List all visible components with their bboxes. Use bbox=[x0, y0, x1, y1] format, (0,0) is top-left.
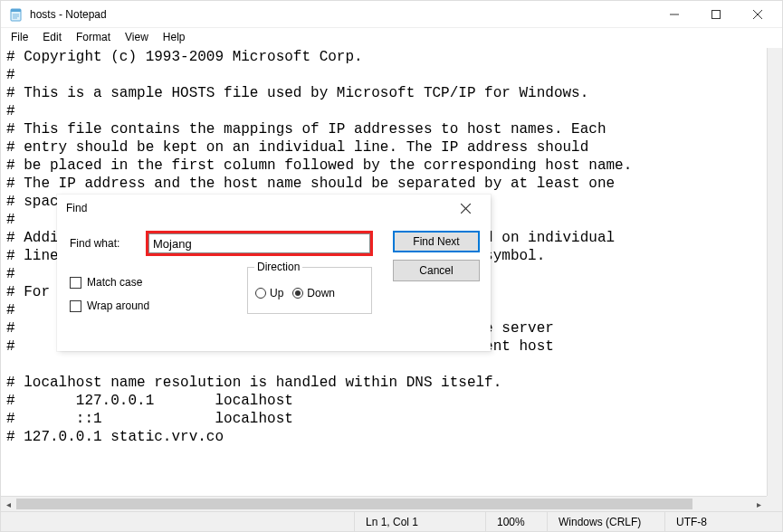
find-title: Find bbox=[66, 202, 447, 214]
close-button[interactable] bbox=[737, 1, 778, 28]
find-what-label: Find what: bbox=[70, 237, 137, 250]
vertical-scrollbar[interactable] bbox=[767, 48, 782, 496]
find-what-input[interactable] bbox=[148, 233, 370, 253]
radio-down-icon bbox=[292, 288, 303, 299]
menu-help[interactable]: Help bbox=[157, 29, 192, 45]
radio-up[interactable]: Up bbox=[255, 287, 283, 299]
menubar: File Edit Format View Help bbox=[1, 28, 782, 46]
status-position: Ln 1, Col 1 bbox=[354, 512, 485, 531]
window-title: hosts - Notepad bbox=[30, 8, 107, 21]
svg-rect-6 bbox=[712, 10, 721, 18]
scroll-corner bbox=[767, 496, 782, 511]
radio-down[interactable]: Down bbox=[292, 287, 335, 299]
svg-rect-1 bbox=[11, 9, 21, 12]
find-close-button[interactable] bbox=[447, 195, 483, 221]
status-encoding: UTF-8 bbox=[664, 512, 782, 531]
titlebar: hosts - Notepad bbox=[1, 1, 782, 28]
find-dialog: Find Find what: Find Next Cancel Directi… bbox=[57, 195, 491, 351]
menu-edit[interactable]: Edit bbox=[36, 29, 68, 45]
find-titlebar[interactable]: Find bbox=[57, 195, 491, 222]
direction-group: Direction Up Down bbox=[247, 267, 372, 314]
check-wrap-around[interactable]: Wrap around bbox=[70, 299, 149, 312]
statusbar: Ln 1, Col 1 100% Windows (CRLF) UTF-8 bbox=[1, 511, 782, 531]
menu-file[interactable]: File bbox=[5, 29, 34, 45]
cancel-button[interactable]: Cancel bbox=[393, 260, 480, 281]
status-line-ending: Windows (CRLF) bbox=[547, 512, 664, 531]
minimize-button[interactable] bbox=[654, 1, 695, 28]
find-next-button[interactable]: Find Next bbox=[393, 231, 480, 252]
menu-format[interactable]: Format bbox=[70, 29, 117, 45]
notepad-icon bbox=[8, 6, 24, 23]
scroll-left-icon[interactable]: ◂ bbox=[1, 497, 16, 512]
check-match-case[interactable]: Match case bbox=[70, 276, 149, 289]
checkbox-icon bbox=[70, 277, 81, 289]
find-input-highlight bbox=[146, 231, 373, 256]
status-zoom: 100% bbox=[485, 512, 547, 531]
check-match-case-label: Match case bbox=[87, 276, 142, 289]
checkbox-icon bbox=[70, 300, 81, 312]
maximize-button[interactable] bbox=[695, 1, 737, 28]
radio-up-icon bbox=[255, 288, 266, 299]
direction-legend: Direction bbox=[254, 261, 302, 273]
radio-down-label: Down bbox=[307, 287, 335, 299]
status-empty bbox=[1, 512, 354, 531]
scrollbar-thumb[interactable] bbox=[16, 499, 692, 509]
radio-up-label: Up bbox=[270, 287, 283, 299]
scroll-right-icon[interactable]: ▸ bbox=[751, 497, 767, 512]
check-wrap-around-label: Wrap around bbox=[87, 299, 149, 312]
menu-view[interactable]: View bbox=[119, 29, 155, 45]
scrollbar-track[interactable] bbox=[16, 497, 751, 511]
horizontal-scrollbar[interactable]: ◂ ▸ bbox=[1, 496, 767, 511]
